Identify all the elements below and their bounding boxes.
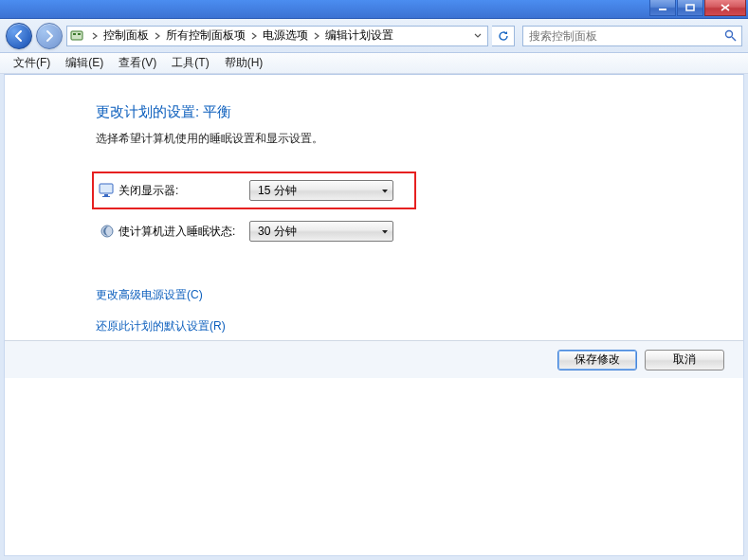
svg-rect-0 bbox=[659, 9, 666, 10]
action-bar: 保存修改 取消 bbox=[5, 340, 743, 378]
back-button[interactable] bbox=[6, 23, 32, 49]
breadcrumb-item[interactable]: 控制面板 bbox=[101, 27, 151, 44]
svg-rect-1 bbox=[686, 5, 694, 10]
maximize-button[interactable] bbox=[677, 0, 703, 16]
menu-file[interactable]: 文件(F) bbox=[6, 53, 58, 73]
svg-rect-2 bbox=[71, 31, 82, 40]
svg-rect-6 bbox=[100, 184, 113, 193]
menu-tools[interactable]: 工具(T) bbox=[164, 53, 216, 73]
address-dropdown[interactable] bbox=[470, 33, 485, 39]
turn-off-display-value: 15 分钟 bbox=[258, 183, 297, 199]
minimize-button[interactable] bbox=[649, 0, 676, 16]
control-panel-icon bbox=[69, 28, 84, 44]
chevron-down-icon bbox=[381, 184, 389, 197]
content-panel: 更改计划的设置: 平衡 选择希望计算机使用的睡眠设置和显示设置。 关闭显示器: … bbox=[4, 74, 744, 556]
close-icon bbox=[721, 4, 730, 11]
moon-icon bbox=[96, 224, 119, 239]
search-icon bbox=[722, 29, 738, 42]
page-title: 更改计划的设置: 平衡 bbox=[96, 103, 743, 121]
forward-button[interactable] bbox=[36, 23, 63, 49]
page-subtitle: 选择希望计算机使用的睡眠设置和显示设置。 bbox=[96, 131, 743, 147]
minimize-icon bbox=[658, 4, 667, 11]
svg-point-5 bbox=[725, 31, 732, 38]
chevron-down-icon bbox=[474, 33, 482, 39]
turn-off-display-select[interactable]: 15 分钟 bbox=[249, 180, 393, 201]
chevron-down-icon bbox=[381, 225, 389, 238]
blank-area bbox=[5, 378, 743, 555]
close-button[interactable] bbox=[704, 0, 746, 16]
breadcrumb-separator[interactable] bbox=[247, 32, 261, 40]
svg-rect-7 bbox=[104, 194, 108, 196]
menu-bar: 文件(F) 编辑(E) 查看(V) 工具(T) 帮助(H) bbox=[0, 53, 748, 74]
refresh-icon bbox=[497, 29, 510, 43]
address-bar[interactable]: 控制面板 所有控制面板项 电源选项 编辑计划设置 bbox=[66, 26, 488, 46]
links-section: 更改高级电源设置(C) 还原此计划的默认设置(R) bbox=[96, 287, 743, 334]
sleep-select[interactable]: 30 分钟 bbox=[249, 221, 393, 242]
refresh-button[interactable] bbox=[492, 26, 515, 46]
search-box[interactable] bbox=[522, 26, 742, 46]
menu-edit[interactable]: 编辑(E) bbox=[58, 53, 111, 73]
window-titlebar bbox=[0, 0, 748, 19]
cancel-button[interactable]: 取消 bbox=[645, 350, 724, 370]
breadcrumb-separator[interactable] bbox=[151, 32, 164, 40]
sleep-label: 使计算机进入睡眠状态: bbox=[119, 224, 249, 240]
navigation-bar: 控制面板 所有控制面板项 电源选项 编辑计划设置 bbox=[0, 19, 748, 53]
svg-rect-4 bbox=[78, 33, 81, 35]
breadcrumb-item[interactable]: 电源选项 bbox=[261, 27, 310, 44]
sleep-value: 30 分钟 bbox=[258, 224, 297, 240]
search-input[interactable] bbox=[527, 28, 722, 44]
breadcrumb-item[interactable]: 所有控制面板项 bbox=[164, 27, 247, 44]
monitor-icon bbox=[96, 183, 119, 198]
sleep-row: 使计算机进入睡眠状态: 30 分钟 bbox=[96, 215, 743, 247]
turn-off-display-label: 关闭显示器: bbox=[119, 183, 249, 199]
svg-rect-3 bbox=[73, 33, 76, 35]
restore-defaults-link[interactable]: 还原此计划的默认设置(R) bbox=[96, 318, 743, 334]
arrow-left-icon bbox=[12, 29, 26, 43]
turn-off-display-row: 关闭显示器: 15 分钟 bbox=[92, 172, 416, 209]
menu-help[interactable]: 帮助(H) bbox=[217, 53, 271, 73]
breadcrumb-separator[interactable] bbox=[310, 32, 323, 40]
breadcrumb-separator[interactable] bbox=[88, 32, 101, 40]
arrow-right-icon bbox=[43, 29, 56, 43]
advanced-power-settings-link[interactable]: 更改高级电源设置(C) bbox=[96, 287, 743, 303]
maximize-icon bbox=[685, 4, 695, 11]
breadcrumb-item[interactable]: 编辑计划设置 bbox=[323, 27, 395, 44]
save-button[interactable]: 保存修改 bbox=[557, 350, 637, 370]
svg-rect-8 bbox=[102, 196, 110, 197]
menu-view[interactable]: 查看(V) bbox=[111, 53, 164, 73]
